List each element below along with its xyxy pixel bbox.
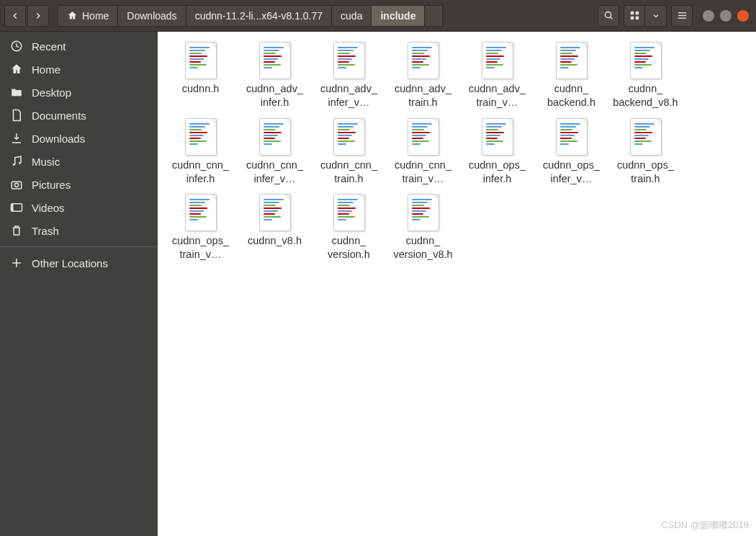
- sidebar-item-label: Music: [32, 156, 60, 168]
- sidebar-item-music[interactable]: Music: [0, 150, 158, 173]
- toolbar: Home Downloadscudnn-11.2-li...x64-v8.1.0…: [0, 0, 756, 32]
- header-file-icon: [259, 118, 291, 156]
- sidebar-item-label: Other Locations: [32, 257, 108, 269]
- file-item[interactable]: cudnn_​version.h: [312, 191, 386, 264]
- file-label: cudnn_​v8.h: [248, 234, 302, 248]
- file-item[interactable]: cudnn_​adv_​infer_​v…: [312, 39, 386, 112]
- sidebar-item-label: Desktop: [32, 86, 71, 99]
- svg-rect-3: [630, 12, 633, 14]
- header-file-icon: [259, 42, 291, 79]
- file-item[interactable]: cudnn_​cnn_​infer_​v…: [238, 115, 312, 189]
- header-file-icon: [482, 118, 513, 156]
- file-label: cudnn_​adv_​train.h: [387, 82, 459, 110]
- plus-icon: [10, 256, 23, 269]
- breadcrumb-item[interactable]: include: [372, 5, 425, 27]
- search-icon: [603, 10, 614, 21]
- body: RecentHomeDesktopDocumentsDownloadsMusic…: [0, 32, 756, 536]
- menu-button[interactable]: [671, 5, 693, 27]
- forward-button[interactable]: [27, 5, 49, 27]
- file-label: cudnn_​backend_​v8.h: [610, 82, 681, 110]
- file-item[interactable]: cudnn_​backend.h: [534, 39, 608, 112]
- file-item[interactable]: cudnn_​ops_​infer_​v…: [534, 115, 608, 189]
- breadcrumb-item[interactable]: Downloads: [118, 5, 186, 27]
- hamburger-icon: [677, 10, 688, 21]
- music-icon: [10, 155, 23, 168]
- file-label: cudnn_​cnn_​train_​v…: [387, 158, 459, 186]
- file-item[interactable]: cudnn_​version_​v8.h: [386, 191, 460, 264]
- camera-icon: [10, 178, 23, 191]
- file-item[interactable]: cudnn_​cnn_​infer.h: [163, 115, 238, 189]
- sidebar-item-trash[interactable]: Trash: [0, 219, 158, 242]
- file-item[interactable]: cudnn_​cnn_​train.h: [312, 115, 386, 189]
- home-icon: [10, 63, 23, 76]
- breadcrumb-overflow[interactable]: [425, 5, 443, 27]
- sidebar-item-pictures[interactable]: Pictures: [0, 173, 158, 196]
- header-file-icon: [333, 118, 365, 156]
- svg-rect-4: [635, 12, 638, 14]
- header-file-icon: [408, 118, 439, 156]
- watermark: CSDN @圆嘟嘟2019: [661, 519, 749, 532]
- sidebar-item-downloads[interactable]: Downloads: [0, 127, 158, 150]
- toolbar-right: [598, 5, 693, 27]
- header-file-icon: [408, 194, 439, 231]
- breadcrumb-item[interactable]: cuda: [332, 5, 372, 27]
- sidebar-separator: [0, 246, 158, 247]
- file-item[interactable]: cudnn_​ops_​infer.h: [460, 115, 534, 189]
- sidebar-item-home[interactable]: Home: [0, 58, 158, 81]
- header-file-icon: [185, 118, 217, 156]
- svg-line-2: [610, 17, 612, 19]
- file-item[interactable]: cudnn_​v8.h: [238, 191, 312, 264]
- chevron-right-icon: [33, 11, 43, 21]
- breadcrumb-home[interactable]: Home: [58, 5, 118, 27]
- header-file-icon: [630, 42, 662, 79]
- file-item[interactable]: cudnn_​adv_​train.h: [386, 39, 460, 112]
- file-label: cudnn_​ops_​train_​v…: [165, 234, 236, 262]
- file-item[interactable]: cudnn.h: [163, 39, 238, 112]
- document-icon: [10, 109, 23, 122]
- file-item[interactable]: cudnn_​adv_​train_​v…: [460, 39, 534, 112]
- nav-buttons: [4, 5, 49, 27]
- header-file-icon: [333, 42, 365, 79]
- download-icon: [10, 132, 23, 145]
- file-label: cudnn_​adv_​infer_​v…: [313, 82, 384, 110]
- file-item[interactable]: cudnn_​backend_​v8.h: [608, 39, 683, 112]
- trash-icon: [10, 224, 23, 237]
- maximize-button[interactable]: [720, 10, 732, 22]
- search-button[interactable]: [598, 5, 619, 27]
- sidebar-item-videos[interactable]: Videos: [0, 196, 158, 219]
- file-item[interactable]: cudnn_​cnn_​train_​v…: [386, 115, 460, 189]
- file-label: cudnn_​cnn_​infer_​v…: [239, 158, 310, 186]
- svg-rect-5: [630, 17, 633, 19]
- close-button[interactable]: [737, 10, 749, 22]
- view-options-button[interactable]: [645, 5, 667, 27]
- sidebar-item-recent[interactable]: Recent: [0, 35, 158, 58]
- file-item[interactable]: cudnn_​ops_​train.h: [608, 115, 683, 189]
- sidebar: RecentHomeDesktopDocumentsDownloadsMusic…: [0, 32, 158, 536]
- header-file-icon: [556, 118, 588, 156]
- icon-view-button[interactable]: [624, 5, 645, 27]
- svg-point-12: [19, 162, 21, 164]
- file-label: cudnn_​ops_​infer.h: [462, 158, 533, 186]
- content-area[interactable]: cudnn.hcudnn_​adv_​infer.hcudnn_​adv_​in…: [158, 32, 756, 536]
- file-item[interactable]: cudnn_​adv_​infer.h: [238, 39, 312, 112]
- sidebar-item-label: Downloads: [32, 133, 85, 145]
- sidebar-item-label: Videos: [32, 202, 65, 214]
- clock-icon: [10, 40, 23, 53]
- folder-icon: [10, 86, 23, 99]
- minimize-button[interactable]: [703, 10, 714, 22]
- file-item[interactable]: cudnn_​ops_​train_​v…: [163, 191, 238, 264]
- chevron-down-icon: [652, 12, 660, 20]
- header-file-icon: [630, 118, 662, 156]
- sidebar-item-desktop[interactable]: Desktop: [0, 81, 158, 104]
- file-label: cudnn_​cnn_​train.h: [313, 158, 384, 186]
- svg-rect-6: [635, 17, 638, 19]
- breadcrumb-item[interactable]: cudnn-11.2-li...x64-v8.1.0.77: [186, 5, 332, 27]
- header-file-icon: [333, 194, 365, 231]
- sidebar-item-label: Pictures: [32, 179, 71, 191]
- file-label: cudnn_​ops_​infer_​v…: [536, 158, 607, 186]
- sidebar-item-label: Documents: [32, 110, 86, 122]
- svg-point-1: [605, 12, 611, 18]
- back-button[interactable]: [4, 5, 26, 27]
- sidebar-item-other-locations[interactable]: Other Locations: [0, 251, 158, 274]
- sidebar-item-documents[interactable]: Documents: [0, 104, 158, 127]
